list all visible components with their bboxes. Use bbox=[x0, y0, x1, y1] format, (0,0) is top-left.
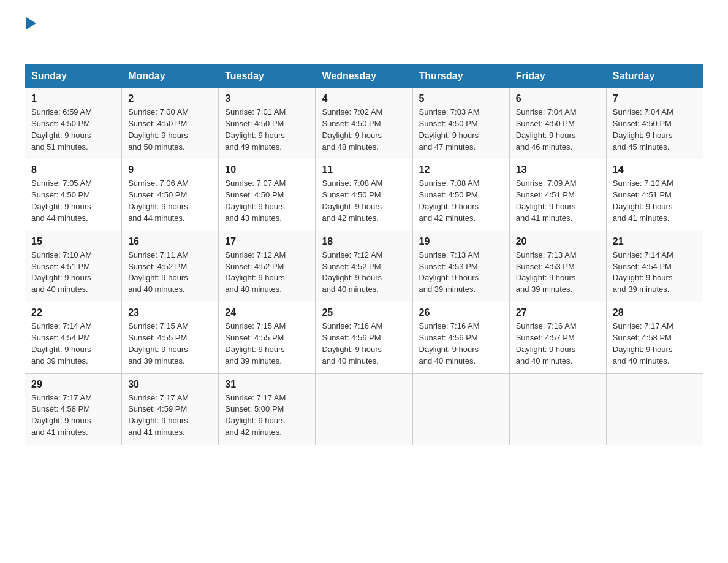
day-info: Sunrise: 7:13 AMSunset: 4:53 PMDaylight:… bbox=[516, 250, 600, 296]
day-info: Sunrise: 7:15 AMSunset: 4:55 PMDaylight:… bbox=[225, 321, 309, 367]
day-info: Sunrise: 7:01 AMSunset: 4:50 PMDaylight:… bbox=[225, 107, 309, 153]
day-number: 16 bbox=[128, 236, 212, 247]
calendar-week-3: 15Sunrise: 7:10 AMSunset: 4:51 PMDayligh… bbox=[25, 231, 703, 302]
calendar-cell bbox=[316, 373, 412, 445]
day-info: Sunrise: 7:08 AMSunset: 4:50 PMDaylight:… bbox=[322, 178, 406, 224]
day-info: Sunrise: 7:12 AMSunset: 4:52 PMDaylight:… bbox=[322, 250, 406, 296]
day-info: Sunrise: 7:17 AMSunset: 4:58 PMDaylight:… bbox=[31, 393, 115, 439]
calendar-header: SundayMondayTuesdayWednesdayThursdayFrid… bbox=[25, 64, 703, 88]
day-number: 30 bbox=[128, 379, 212, 390]
day-number: 15 bbox=[31, 236, 115, 247]
day-number: 12 bbox=[419, 164, 503, 175]
calendar-cell: 5Sunrise: 7:03 AMSunset: 4:50 PMDaylight… bbox=[412, 88, 509, 159]
page-header bbox=[25, 18, 703, 52]
calendar-cell: 18Sunrise: 7:12 AMSunset: 4:52 PMDayligh… bbox=[316, 231, 412, 302]
day-number: 7 bbox=[613, 93, 697, 104]
day-info: Sunrise: 7:00 AMSunset: 4:50 PMDaylight:… bbox=[128, 107, 212, 153]
day-number: 26 bbox=[419, 307, 503, 318]
day-info: Sunrise: 7:04 AMSunset: 4:50 PMDaylight:… bbox=[613, 107, 697, 153]
day-info: Sunrise: 7:14 AMSunset: 4:54 PMDaylight:… bbox=[613, 250, 697, 296]
day-info: Sunrise: 7:10 AMSunset: 4:51 PMDaylight:… bbox=[31, 250, 115, 296]
calendar-cell: 2Sunrise: 7:00 AMSunset: 4:50 PMDaylight… bbox=[122, 88, 219, 159]
calendar-cell: 13Sunrise: 7:09 AMSunset: 4:51 PMDayligh… bbox=[509, 159, 606, 231]
day-number: 10 bbox=[225, 164, 309, 175]
column-header-sunday: Sunday bbox=[25, 64, 122, 88]
column-header-friday: Friday bbox=[509, 64, 606, 88]
logo-arrow-icon bbox=[26, 17, 36, 29]
calendar-cell: 11Sunrise: 7:08 AMSunset: 4:50 PMDayligh… bbox=[316, 159, 412, 231]
day-info: Sunrise: 7:17 AMSunset: 4:58 PMDaylight:… bbox=[613, 321, 697, 367]
day-number: 31 bbox=[225, 379, 309, 390]
day-number: 23 bbox=[128, 307, 212, 318]
calendar-week-2: 8Sunrise: 7:05 AMSunset: 4:50 PMDaylight… bbox=[25, 159, 703, 231]
calendar-cell: 22Sunrise: 7:14 AMSunset: 4:54 PMDayligh… bbox=[25, 302, 122, 373]
day-info: Sunrise: 7:16 AMSunset: 4:57 PMDaylight:… bbox=[516, 321, 600, 367]
calendar-cell: 21Sunrise: 7:14 AMSunset: 4:54 PMDayligh… bbox=[606, 231, 703, 302]
day-info: Sunrise: 7:04 AMSunset: 4:50 PMDaylight:… bbox=[516, 107, 600, 153]
calendar-cell bbox=[412, 373, 509, 445]
column-header-thursday: Thursday bbox=[412, 64, 509, 88]
calendar-cell: 6Sunrise: 7:04 AMSunset: 4:50 PMDaylight… bbox=[509, 88, 606, 159]
day-info: Sunrise: 7:12 AMSunset: 4:52 PMDaylight:… bbox=[225, 250, 309, 296]
day-number: 13 bbox=[516, 164, 600, 175]
calendar-cell: 26Sunrise: 7:16 AMSunset: 4:56 PMDayligh… bbox=[412, 302, 509, 373]
calendar-cell: 17Sunrise: 7:12 AMSunset: 4:52 PMDayligh… bbox=[219, 231, 316, 302]
calendar-cell: 9Sunrise: 7:06 AMSunset: 4:50 PMDaylight… bbox=[122, 159, 219, 231]
day-number: 22 bbox=[31, 307, 115, 318]
day-number: 2 bbox=[128, 93, 212, 104]
calendar-week-4: 22Sunrise: 7:14 AMSunset: 4:54 PMDayligh… bbox=[25, 302, 703, 373]
day-number: 19 bbox=[419, 236, 503, 247]
day-info: Sunrise: 7:10 AMSunset: 4:51 PMDaylight:… bbox=[613, 178, 697, 224]
day-info: Sunrise: 7:17 AMSunset: 4:59 PMDaylight:… bbox=[128, 393, 212, 439]
calendar-cell: 27Sunrise: 7:16 AMSunset: 4:57 PMDayligh… bbox=[509, 302, 606, 373]
day-info: Sunrise: 7:15 AMSunset: 4:55 PMDaylight:… bbox=[128, 321, 212, 367]
day-info: Sunrise: 7:16 AMSunset: 4:56 PMDaylight:… bbox=[322, 321, 406, 367]
calendar-cell: 4Sunrise: 7:02 AMSunset: 4:50 PMDaylight… bbox=[316, 88, 412, 159]
calendar-cell: 1Sunrise: 6:59 AMSunset: 4:50 PMDaylight… bbox=[25, 88, 122, 159]
day-info: Sunrise: 7:06 AMSunset: 4:50 PMDaylight:… bbox=[128, 178, 212, 224]
calendar-cell: 25Sunrise: 7:16 AMSunset: 4:56 PMDayligh… bbox=[316, 302, 412, 373]
day-number: 17 bbox=[225, 236, 309, 247]
day-number: 3 bbox=[225, 93, 309, 104]
day-number: 27 bbox=[516, 307, 600, 318]
day-number: 24 bbox=[225, 307, 309, 318]
day-number: 6 bbox=[516, 93, 600, 104]
day-info: Sunrise: 7:11 AMSunset: 4:52 PMDaylight:… bbox=[128, 250, 212, 296]
column-header-wednesday: Wednesday bbox=[316, 64, 412, 88]
calendar-cell: 8Sunrise: 7:05 AMSunset: 4:50 PMDaylight… bbox=[25, 159, 122, 231]
logo bbox=[25, 18, 36, 52]
calendar-cell: 15Sunrise: 7:10 AMSunset: 4:51 PMDayligh… bbox=[25, 231, 122, 302]
calendar-cell: 29Sunrise: 7:17 AMSunset: 4:58 PMDayligh… bbox=[25, 373, 122, 445]
calendar-cell: 23Sunrise: 7:15 AMSunset: 4:55 PMDayligh… bbox=[122, 302, 219, 373]
calendar-week-5: 29Sunrise: 7:17 AMSunset: 4:58 PMDayligh… bbox=[25, 373, 703, 445]
day-number: 8 bbox=[31, 164, 115, 175]
calendar-week-1: 1Sunrise: 6:59 AMSunset: 4:50 PMDaylight… bbox=[25, 88, 703, 159]
calendar-cell bbox=[509, 373, 606, 445]
calendar-cell: 3Sunrise: 7:01 AMSunset: 4:50 PMDaylight… bbox=[219, 88, 316, 159]
calendar-cell: 14Sunrise: 7:10 AMSunset: 4:51 PMDayligh… bbox=[606, 159, 703, 231]
calendar-cell: 16Sunrise: 7:11 AMSunset: 4:52 PMDayligh… bbox=[122, 231, 219, 302]
calendar-table: SundayMondayTuesdayWednesdayThursdayFrid… bbox=[25, 64, 703, 445]
calendar-cell: 19Sunrise: 7:13 AMSunset: 4:53 PMDayligh… bbox=[412, 231, 509, 302]
day-info: Sunrise: 7:09 AMSunset: 4:51 PMDaylight:… bbox=[516, 178, 600, 224]
day-number: 21 bbox=[613, 236, 697, 247]
calendar-cell: 30Sunrise: 7:17 AMSunset: 4:59 PMDayligh… bbox=[122, 373, 219, 445]
day-number: 14 bbox=[613, 164, 697, 175]
day-info: Sunrise: 7:08 AMSunset: 4:50 PMDaylight:… bbox=[419, 178, 503, 224]
calendar-cell: 20Sunrise: 7:13 AMSunset: 4:53 PMDayligh… bbox=[509, 231, 606, 302]
day-number: 9 bbox=[128, 164, 212, 175]
column-header-saturday: Saturday bbox=[606, 64, 703, 88]
day-info: Sunrise: 6:59 AMSunset: 4:50 PMDaylight:… bbox=[31, 107, 115, 153]
calendar-cell: 12Sunrise: 7:08 AMSunset: 4:50 PMDayligh… bbox=[412, 159, 509, 231]
calendar-cell bbox=[606, 373, 703, 445]
day-info: Sunrise: 7:05 AMSunset: 4:50 PMDaylight:… bbox=[31, 178, 115, 224]
column-header-monday: Monday bbox=[122, 64, 219, 88]
day-info: Sunrise: 7:14 AMSunset: 4:54 PMDaylight:… bbox=[31, 321, 115, 367]
column-header-tuesday: Tuesday bbox=[219, 64, 316, 88]
calendar-cell: 31Sunrise: 7:17 AMSunset: 5:00 PMDayligh… bbox=[219, 373, 316, 445]
day-info: Sunrise: 7:13 AMSunset: 4:53 PMDaylight:… bbox=[419, 250, 503, 296]
day-info: Sunrise: 7:07 AMSunset: 4:50 PMDaylight:… bbox=[225, 178, 309, 224]
calendar-cell: 28Sunrise: 7:17 AMSunset: 4:58 PMDayligh… bbox=[606, 302, 703, 373]
day-number: 28 bbox=[613, 307, 697, 318]
day-number: 18 bbox=[322, 236, 406, 247]
